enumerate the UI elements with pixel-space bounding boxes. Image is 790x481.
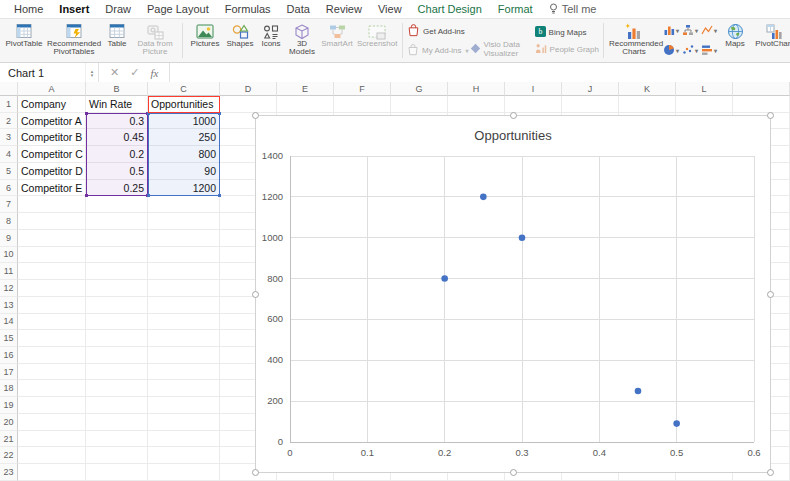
cell-G1[interactable] xyxy=(391,96,448,113)
cell-A21[interactable] xyxy=(18,431,86,448)
cell-C23[interactable] xyxy=(148,464,220,481)
visio-data-visualizer-button[interactable]: Visio Data Visualizer xyxy=(470,41,534,59)
recommended-pivottables-button[interactable]: Recommended PivotTables xyxy=(46,20,102,62)
insert-function-icon[interactable]: fx xyxy=(150,67,158,79)
cell-C15[interactable] xyxy=(148,330,220,347)
tab-page-layout[interactable]: Page Layout xyxy=(139,0,217,18)
cell-A10[interactable] xyxy=(18,247,86,264)
column-header-H[interactable]: H xyxy=(448,82,505,96)
chart[interactable]: Opportunities 02004006008001000120014000… xyxy=(255,115,771,473)
cell-E1[interactable] xyxy=(277,96,334,113)
row-header-9[interactable]: 9 xyxy=(0,230,18,247)
row-header-10[interactable]: 10 xyxy=(0,247,18,264)
tab-draw[interactable]: Draw xyxy=(97,0,139,18)
tab-view[interactable]: View xyxy=(370,0,410,18)
cell-C16[interactable] xyxy=(148,347,220,364)
cell-B6[interactable]: 0.25 xyxy=(86,180,148,197)
row-header-21[interactable]: 21 xyxy=(0,431,18,448)
column-header-F[interactable]: F xyxy=(334,82,391,96)
cell-A3[interactable]: Competitor B xyxy=(18,129,86,146)
chart-handle-nw[interactable] xyxy=(252,112,259,119)
tab-data[interactable]: Data xyxy=(279,0,318,18)
row-header-18[interactable]: 18 xyxy=(0,380,18,397)
row-header-8[interactable]: 8 xyxy=(0,213,18,230)
chart-type-pie-button[interactable] xyxy=(663,42,679,60)
row-header-5[interactable]: 5 xyxy=(0,163,18,180)
tab-review[interactable]: Review xyxy=(318,0,370,18)
stepper-down-icon[interactable] xyxy=(91,73,94,77)
chart-handle-sw[interactable] xyxy=(252,469,259,476)
cell-A14[interactable] xyxy=(18,314,86,331)
cell-A6[interactable]: Competitor E xyxy=(18,180,86,197)
cell-C1[interactable]: Opportunities xyxy=(148,96,220,113)
cell-C10[interactable] xyxy=(148,247,220,264)
cell-C17[interactable] xyxy=(148,364,220,381)
pivotchart-button[interactable]: PivotChart xyxy=(751,20,790,62)
cell-A9[interactable] xyxy=(18,230,86,247)
cell-B18[interactable] xyxy=(86,380,148,397)
cell-B1[interactable]: Win Rate xyxy=(86,96,148,113)
data-from-picture-button[interactable]: Data from Picture xyxy=(132,20,178,62)
my-addins-button[interactable]: My Add-ins xyxy=(407,43,469,58)
tab-tell-me[interactable]: Tell me xyxy=(541,0,605,18)
row-header-7[interactable]: 7 xyxy=(0,196,18,213)
row-header-20[interactable]: 20 xyxy=(0,414,18,431)
cell-A7[interactable] xyxy=(18,196,86,213)
enter-icon[interactable]: ✓ xyxy=(130,66,139,79)
row-header-12[interactable]: 12 xyxy=(0,280,18,297)
column-header-E[interactable]: E xyxy=(277,82,334,96)
cell-I1[interactable] xyxy=(505,96,562,113)
cell-A15[interactable] xyxy=(18,330,86,347)
screenshot-button[interactable]: Screenshot xyxy=(356,20,398,62)
cell-A11[interactable] xyxy=(18,263,86,280)
cell-K1[interactable] xyxy=(619,96,676,113)
chart-type-hierarchy-button[interactable] xyxy=(682,22,698,40)
chart-handle-se[interactable] xyxy=(767,469,774,476)
cell-B19[interactable] xyxy=(86,397,148,414)
cell-B13[interactable] xyxy=(86,297,148,314)
chart-type-bar-button[interactable] xyxy=(701,42,717,60)
cell-C21[interactable] xyxy=(148,431,220,448)
cell-B12[interactable] xyxy=(86,280,148,297)
row-header-2[interactable]: 2 xyxy=(0,113,18,130)
cell-B15[interactable] xyxy=(86,330,148,347)
maps-button[interactable]: Maps xyxy=(720,20,750,62)
cell-A1[interactable]: Company xyxy=(18,96,86,113)
formula-input[interactable] xyxy=(170,63,790,82)
chart-handle-ne[interactable] xyxy=(767,112,774,119)
chart-type-column-button[interactable] xyxy=(663,22,679,40)
shapes-button[interactable]: Shapes xyxy=(224,20,256,62)
cell-C22[interactable] xyxy=(148,447,220,464)
cell-A13[interactable] xyxy=(18,297,86,314)
cell-B17[interactable] xyxy=(86,364,148,381)
cell-B9[interactable] xyxy=(86,230,148,247)
cell-B7[interactable] xyxy=(86,196,148,213)
chart-handle-w[interactable] xyxy=(252,291,259,298)
cell-J1[interactable] xyxy=(562,96,619,113)
cell-L1[interactable] xyxy=(676,96,733,113)
cell-B16[interactable] xyxy=(86,347,148,364)
column-header-D[interactable]: D xyxy=(220,82,277,96)
row-header-16[interactable]: 16 xyxy=(0,347,18,364)
tab-home[interactable]: Home xyxy=(6,0,51,18)
cell-D1[interactable] xyxy=(220,96,277,113)
cell-C11[interactable] xyxy=(148,263,220,280)
cell-C4[interactable]: 800 xyxy=(148,146,220,163)
cell-B5[interactable]: 0.5 xyxy=(86,163,148,180)
cell-C12[interactable] xyxy=(148,280,220,297)
row-header-3[interactable]: 3 xyxy=(0,129,18,146)
cell-A17[interactable] xyxy=(18,364,86,381)
tab-chart-design[interactable]: Chart Design xyxy=(410,0,490,18)
cell-C14[interactable] xyxy=(148,314,220,331)
chart-type-line-button[interactable] xyxy=(701,22,717,40)
row-header-14[interactable]: 14 xyxy=(0,314,18,331)
cell-A2[interactable]: Competitor A xyxy=(18,113,86,130)
tab-format[interactable]: Format xyxy=(490,0,541,18)
cell-C13[interactable] xyxy=(148,297,220,314)
cell-C6[interactable]: 1200 xyxy=(148,180,220,197)
tab-formulas[interactable]: Formulas xyxy=(217,0,279,18)
chart-type-scatter-button[interactable] xyxy=(682,42,698,60)
row-header-13[interactable]: 13 xyxy=(0,297,18,314)
cell-B14[interactable] xyxy=(86,314,148,331)
row-header-1[interactable]: 1 xyxy=(0,96,18,113)
